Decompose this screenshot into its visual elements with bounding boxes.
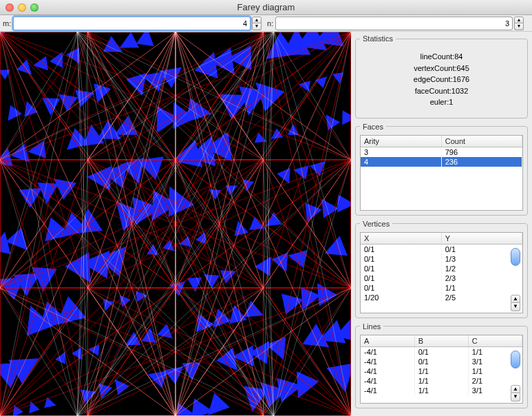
lines-col-b[interactable]: B [414, 335, 468, 347]
lines-scrollbar[interactable] [511, 351, 520, 368]
stat-linecount: lineCount:84 [360, 51, 523, 63]
lines-scroll-up[interactable]: ▲ [511, 385, 520, 393]
lines-table[interactable]: A B C -4/10/11/1-4/10/13/1-4/11/11/1-4/1… [361, 335, 522, 395]
table-row[interactable]: 0/10/1 [361, 244, 522, 254]
table-row[interactable]: 1/202/5 [361, 293, 522, 302]
lines-col-a[interactable]: A [361, 335, 414, 347]
faces-panel: Faces Arity Count 37964236 [355, 123, 528, 216]
vertices-legend: Vertices [360, 220, 392, 228]
faces-col-arity[interactable]: Arity [361, 136, 441, 147]
m-input[interactable] [13, 17, 251, 30]
faces-col-count[interactable]: Count [441, 136, 522, 147]
statistics-panel: Statistics lineCount:84 vertexCount:645 … [355, 34, 528, 118]
n-label: n: [267, 19, 273, 28]
m-step-down[interactable]: ▼ [252, 23, 262, 30]
stat-facecount: faceCount:1032 [360, 85, 523, 97]
lines-panel: Lines A B C -4/10/11/1-4/10/13/1-4/11/11… [355, 322, 528, 408]
table-row[interactable]: -4/11/11/1 [361, 366, 522, 376]
title-bar: Farey diagram [0, 0, 532, 15]
table-row[interactable]: -4/10/13/1 [361, 357, 522, 366]
table-row[interactable]: -4/11/12/1 [361, 376, 522, 386]
stat-edgecount: edgeCount:1676 [360, 74, 523, 85]
window-title: Farey diagram [0, 2, 532, 12]
table-row[interactable]: 0/11/3 [361, 254, 522, 264]
table-row[interactable]: -4/10/11/1 [361, 346, 522, 357]
vertices-col-y[interactable]: Y [441, 233, 522, 245]
table-row[interactable]: 0/11/2 [361, 264, 522, 273]
farey-diagram-canvas [0, 32, 351, 416]
m-label: m: [3, 19, 11, 28]
m-step-up[interactable]: ▲ [252, 17, 262, 23]
vertices-col-x[interactable]: X [361, 233, 441, 245]
parameter-toolbar: m: ▲ ▼ n: ▲ ▼ [0, 15, 532, 32]
lines-col-c[interactable]: C [468, 335, 522, 347]
vertices-panel: Vertices X Y 0/10/10/11/30/11/20/12/30/1… [355, 220, 528, 318]
faces-legend: Faces [360, 123, 386, 131]
table-row[interactable]: -4/11/13/1 [361, 386, 522, 395]
table-row[interactable]: 4236 [361, 157, 522, 167]
table-row[interactable]: 0/12/3 [361, 273, 522, 283]
n-step-up[interactable]: ▲ [514, 17, 524, 23]
n-stepper[interactable]: ▲ ▼ [514, 17, 524, 30]
vertices-scroll-up[interactable]: ▲ [511, 295, 520, 303]
stat-euler: euler:1 [360, 96, 523, 108]
statistics-legend: Statistics [360, 34, 396, 43]
table-row[interactable]: 3796 [361, 147, 522, 157]
n-input[interactable] [275, 17, 513, 30]
n-step-down[interactable]: ▼ [514, 23, 524, 30]
faces-table[interactable]: Arity Count 37964236 [361, 136, 522, 167]
vertices-scroll-down[interactable]: ▼ [511, 303, 520, 311]
lines-legend: Lines [360, 322, 383, 331]
vertices-table[interactable]: X Y 0/10/10/11/30/11/20/12/30/11/11/202/… [361, 233, 522, 302]
lines-scroll-down[interactable]: ▼ [511, 393, 520, 402]
m-stepper[interactable]: ▲ ▼ [252, 17, 262, 30]
table-row[interactable]: 0/11/1 [361, 283, 522, 293]
stat-vertexcount: vertexCount:645 [360, 63, 523, 74]
vertices-scrollbar[interactable] [511, 248, 520, 266]
